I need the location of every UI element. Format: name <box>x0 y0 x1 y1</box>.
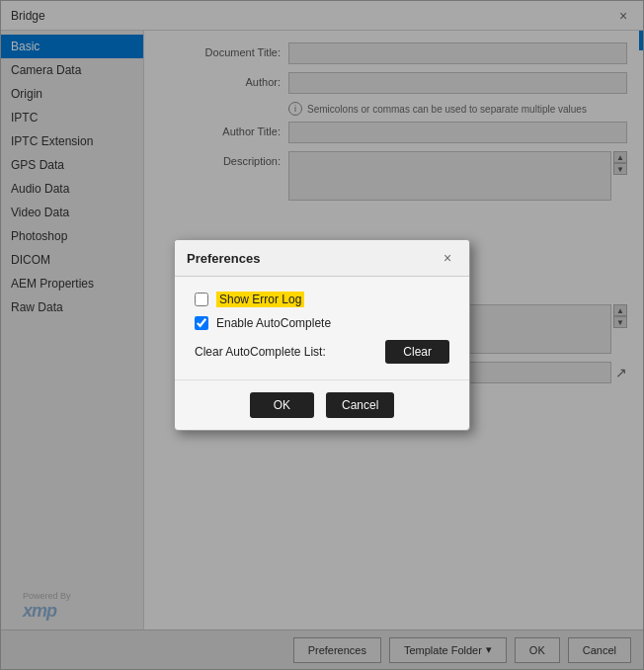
enable-autocomplete-row: Enable AutoComplete <box>195 316 449 330</box>
dialog-ok-button[interactable]: OK <box>250 392 314 418</box>
enable-autocomplete-checkbox[interactable] <box>195 316 208 330</box>
show-error-log-highlight: Show Error Log <box>216 292 304 307</box>
dialog-close-button[interactable]: × <box>438 248 457 268</box>
dialog-cancel-button[interactable]: Cancel <box>326 392 394 418</box>
dialog-overlay: Preferences × Show Error Log Enable Auto… <box>0 0 644 670</box>
dialog-title: Preferences <box>187 251 260 266</box>
clear-autocomplete-label: Clear AutoComplete List: <box>195 345 385 359</box>
show-error-log-row: Show Error Log <box>195 293 449 306</box>
dialog-footer: OK Cancel <box>175 379 469 430</box>
show-error-log-checkbox[interactable] <box>195 293 208 306</box>
main-window: Bridge × Basic Camera Data Origin IPTC I… <box>0 0 644 670</box>
enable-autocomplete-label[interactable]: Enable AutoComplete <box>216 316 331 330</box>
clear-autocomplete-row: Clear AutoComplete List: Clear <box>195 340 449 364</box>
clear-button[interactable]: Clear <box>385 340 449 364</box>
dialog-title-bar: Preferences × <box>175 240 469 277</box>
show-error-log-label[interactable]: Show Error Log <box>216 293 304 306</box>
preferences-dialog: Preferences × Show Error Log Enable Auto… <box>174 239 470 431</box>
dialog-content: Show Error Log Enable AutoComplete Clear… <box>175 277 469 379</box>
